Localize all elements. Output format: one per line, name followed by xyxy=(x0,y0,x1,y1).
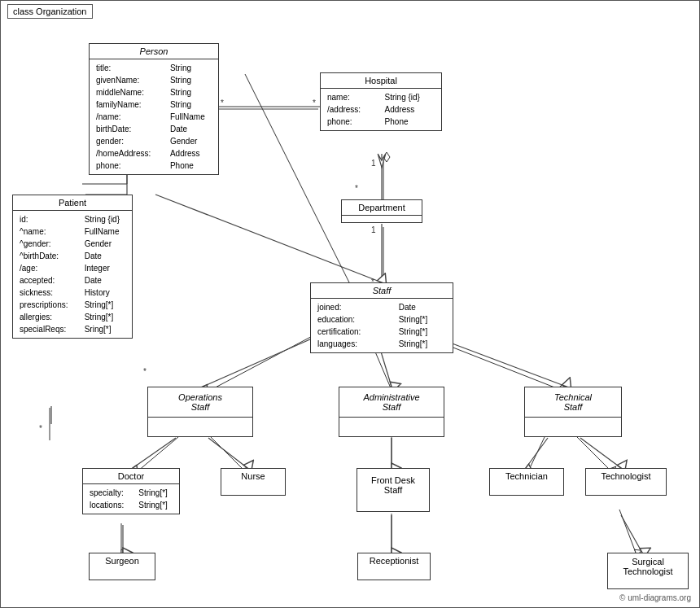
technologist-class: Technologist xyxy=(585,468,667,496)
front-desk-staff-header: Front DeskStaff xyxy=(357,469,429,501)
svg-line-15 xyxy=(528,437,545,471)
patient-class-body: id:String {id} ^name:FullName ^gender:Ge… xyxy=(13,211,132,338)
staff-class-body: joined:Date education:String[*] certific… xyxy=(311,299,453,352)
technician-header: Technician xyxy=(490,469,563,483)
svg-line-34 xyxy=(133,438,176,468)
multiplicity-1-dept: 1 xyxy=(371,225,376,234)
doctor-body: specialty:String[*] locations:String[*] xyxy=(83,484,179,514)
nurse-class: Nurse xyxy=(221,468,286,496)
multiplicity-1-hospital: 1 xyxy=(371,159,376,168)
svg-line-41 xyxy=(621,515,642,553)
patient-class: Patient id:String {id} ^name:FullName ^g… xyxy=(12,195,133,339)
svg-line-19 xyxy=(619,510,636,553)
multiplicity-star-ops: * xyxy=(143,367,147,376)
technical-staff-class: TechnicalStaff xyxy=(524,387,622,437)
person-class: Person title:String givenName:String mid… xyxy=(89,43,219,175)
surgeon-class: Surgeon xyxy=(89,553,155,580)
receptionist-class: Receptionist xyxy=(357,553,431,580)
technical-staff-header: TechnicalStaff xyxy=(525,387,621,418)
hospital-class-body: name:String {id} /address:Address phone:… xyxy=(321,89,441,130)
svg-line-38 xyxy=(580,438,621,468)
svg-line-35 xyxy=(208,438,247,468)
person-class-header: Person xyxy=(90,44,218,59)
administrative-staff-class: AdministrativeStaff xyxy=(339,387,444,437)
front-desk-staff-class: Front DeskStaff xyxy=(357,468,430,512)
multiplicity-star-patient: * xyxy=(39,424,42,433)
svg-line-37 xyxy=(526,438,548,468)
hospital-class-header: Hospital xyxy=(321,73,441,89)
surgical-technologist-header: SurgicalTechnologist xyxy=(608,553,688,580)
svg-line-12 xyxy=(138,437,178,471)
department-class-body xyxy=(342,216,422,222)
technician-class: Technician xyxy=(489,468,564,496)
technologist-header: Technologist xyxy=(586,469,666,483)
copyright-text: © uml-diagrams.org xyxy=(619,593,691,602)
administrative-staff-header: AdministrativeStaff xyxy=(339,387,444,418)
surgical-technologist-class: SurgicalTechnologist xyxy=(607,553,689,589)
multiplicity-star-hospital: * xyxy=(313,98,316,107)
nurse-header: Nurse xyxy=(221,469,285,483)
operations-staff-class: OperationsStaff xyxy=(147,387,253,437)
uml-diagram: class Organization xyxy=(0,0,700,608)
hospital-class: Hospital name:String {id} /address:Addre… xyxy=(320,72,442,131)
svg-line-13 xyxy=(211,437,245,471)
svg-line-31 xyxy=(203,333,325,387)
receptionist-header: Receptionist xyxy=(358,553,430,568)
diagram-title: class Organization xyxy=(7,4,93,19)
doctor-header: Doctor xyxy=(83,469,179,484)
patient-class-header: Patient xyxy=(13,195,132,211)
svg-line-9 xyxy=(211,333,318,390)
multiplicity-star-dept: * xyxy=(355,184,358,193)
surgeon-header: Surgeon xyxy=(90,553,155,568)
multiplicity-star-person: * xyxy=(221,98,224,107)
staff-class: Staff joined:Date education:String[*] ce… xyxy=(310,282,453,353)
department-class-header: Department xyxy=(342,200,422,216)
doctor-class: Doctor specialty:String[*] locations:Str… xyxy=(82,468,180,514)
staff-class-header: Staff xyxy=(311,283,453,299)
department-class: Department xyxy=(341,199,422,223)
person-class-body: title:String givenName:String middleName… xyxy=(90,59,218,174)
operations-staff-header: OperationsStaff xyxy=(148,387,252,418)
svg-line-16 xyxy=(577,437,611,471)
